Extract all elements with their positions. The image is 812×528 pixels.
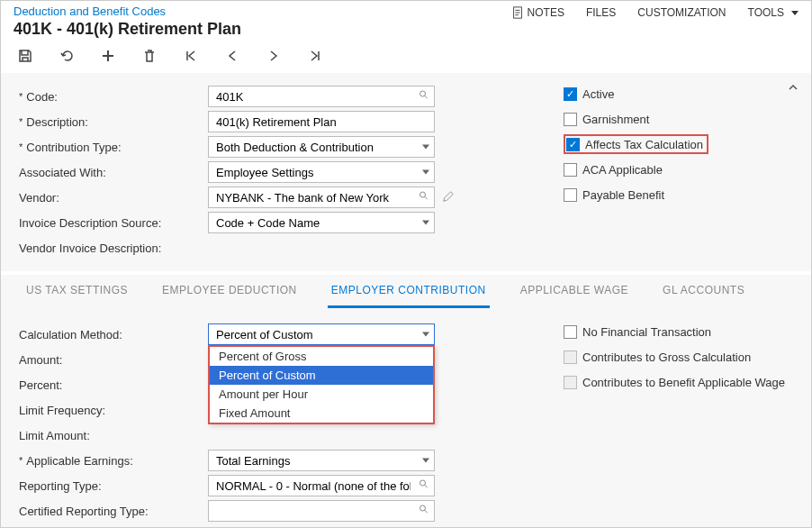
- page-title: 401K - 401(k) Retirement Plan: [14, 20, 241, 39]
- delete-button[interactable]: [141, 48, 158, 64]
- contribution-type-select[interactable]: [208, 136, 435, 158]
- payable-label: Payable Benefit: [582, 188, 664, 202]
- customization-label: CUSTOMIZATION: [637, 6, 726, 19]
- checkbox-icon: [564, 163, 577, 177]
- applicable-earnings-label: Applicable Earnings:: [19, 454, 208, 468]
- dropdown-option-selected[interactable]: Percent of Custom: [210, 366, 433, 385]
- applicable-earnings-select[interactable]: [208, 450, 435, 471]
- first-button[interactable]: [183, 48, 199, 64]
- undo-button[interactable]: [59, 48, 75, 64]
- limit-amount-label: Limit Amount:: [19, 429, 208, 442]
- collapse-button[interactable]: [788, 82, 798, 96]
- checkbox-disabled-icon: [564, 350, 577, 364]
- calc-method-dropdown[interactable]: Percent of Gross Percent of Custom Amoun…: [208, 345, 435, 424]
- tab-gl-accounts[interactable]: GL ACCOUNTS: [659, 275, 748, 308]
- affects-tax-label: Affects Tax Calculation: [585, 138, 703, 151]
- invoice-desc-source-label: Invoice Description Source:: [19, 216, 208, 230]
- associated-with-select[interactable]: [208, 161, 435, 183]
- contributes-gross-checkbox-row: Contributes to Gross Calculation: [564, 347, 785, 367]
- certified-reporting-label: Certified Reporting Type:: [19, 505, 208, 518]
- active-checkbox-row[interactable]: ✓Active: [564, 84, 708, 104]
- amount-label: Amount:: [19, 353, 208, 367]
- aca-label: ACA Applicable: [582, 163, 663, 177]
- certified-reporting-input[interactable]: [208, 500, 435, 522]
- chevron-down-icon: [791, 11, 798, 15]
- vendor-label: Vendor:: [19, 191, 208, 205]
- add-button[interactable]: [100, 48, 116, 64]
- tab-employer-contribution[interactable]: EMPLOYER CONTRIBUTION: [328, 275, 490, 308]
- contributes-benefit-checkbox-row: Contributes to Benefit Applicable Wage: [564, 372, 785, 392]
- garnishment-label: Garnishment: [582, 113, 649, 126]
- calc-method-label: Calculation Method:: [19, 328, 208, 341]
- calc-method-select[interactable]: [208, 323, 435, 345]
- breadcrumb[interactable]: Deduction and Benefit Codes: [14, 5, 241, 18]
- files-label: FILES: [586, 6, 616, 19]
- dropdown-option[interactable]: Fixed Amount: [210, 404, 433, 423]
- vendor-invoice-desc-label: Vendor Invoice Description:: [19, 241, 208, 255]
- vendor-input[interactable]: [208, 187, 435, 208]
- code-input[interactable]: [208, 86, 435, 107]
- files-link[interactable]: FILES: [586, 6, 616, 19]
- affects-tax-checkbox-row[interactable]: ✓Affects Tax Calculation: [564, 134, 708, 154]
- contributes-benefit-label: Contributes to Benefit Applicable Wage: [582, 376, 785, 389]
- tab-employee-deduction[interactable]: EMPLOYEE DEDUCTION: [158, 275, 301, 308]
- code-label: Code:: [19, 90, 208, 104]
- active-label: Active: [582, 87, 614, 101]
- associated-with-label: Associated With:: [19, 166, 208, 179]
- tab-us-tax-settings[interactable]: US TAX SETTINGS: [23, 275, 131, 308]
- last-button[interactable]: [307, 48, 323, 64]
- tab-applicable-wage[interactable]: APPLICABLE WAGE: [517, 275, 632, 308]
- invoice-desc-source-select[interactable]: [208, 212, 435, 233]
- contributes-gross-label: Contributes to Gross Calculation: [582, 350, 751, 364]
- dropdown-option[interactable]: Amount per Hour: [210, 385, 433, 404]
- limit-frequency-label: Limit Frequency:: [19, 404, 208, 417]
- percent-label: Percent:: [19, 378, 208, 392]
- checkbox-icon: [564, 325, 577, 339]
- no-financial-checkbox-row[interactable]: No Financial Transaction: [564, 322, 785, 341]
- aca-checkbox-row[interactable]: ACA Applicable: [564, 159, 708, 179]
- reporting-type-input[interactable]: [208, 475, 435, 496]
- save-button[interactable]: [17, 48, 33, 64]
- notes-label: NOTES: [528, 6, 564, 19]
- no-financial-label: No Financial Transaction: [582, 325, 711, 339]
- notes-link[interactable]: NOTES: [511, 6, 564, 19]
- document-icon: [511, 6, 524, 19]
- checkbox-checked-icon: ✓: [566, 138, 580, 151]
- dropdown-option[interactable]: Percent of Gross: [210, 347, 433, 366]
- checkbox-checked-icon: ✓: [564, 87, 577, 101]
- next-button[interactable]: [266, 48, 282, 64]
- contribution-type-label: Contribution Type:: [19, 141, 208, 154]
- payable-checkbox-row[interactable]: Payable Benefit: [564, 185, 708, 205]
- edit-icon[interactable]: [442, 190, 455, 205]
- reporting-type-label: Reporting Type:: [19, 479, 208, 493]
- description-label: Description:: [19, 115, 208, 129]
- checkbox-icon: [564, 113, 577, 126]
- tools-link[interactable]: TOOLS: [748, 6, 798, 19]
- tools-label: TOOLS: [748, 6, 784, 19]
- customization-link[interactable]: CUSTOMIZATION: [637, 6, 726, 19]
- prev-button[interactable]: [224, 48, 240, 64]
- checkbox-icon: [564, 188, 577, 202]
- description-input[interactable]: [208, 111, 435, 132]
- checkbox-disabled-icon: [564, 376, 577, 389]
- garnishment-checkbox-row[interactable]: Garnishment: [564, 109, 708, 129]
